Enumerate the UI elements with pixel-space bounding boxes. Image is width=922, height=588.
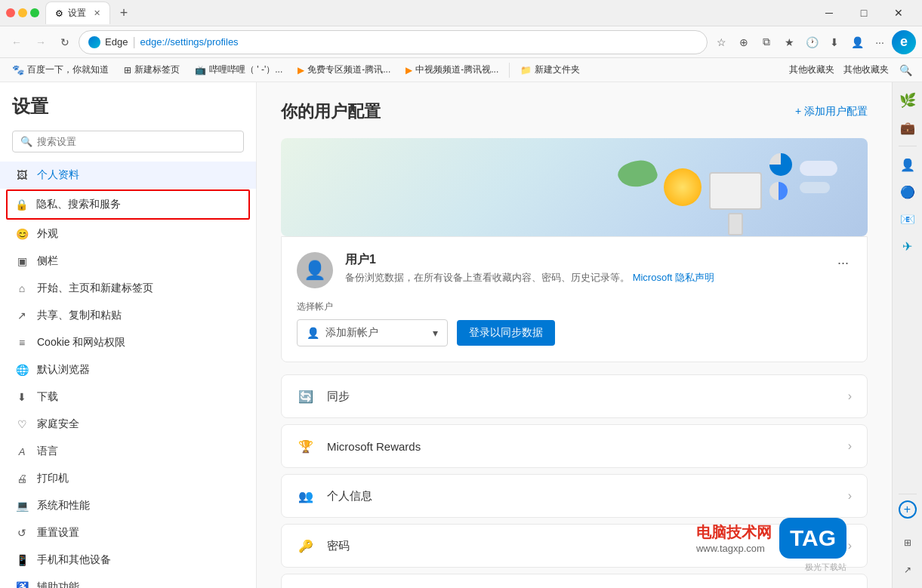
sidebar-item-cookie-label: Cookie 和网站权限 <box>37 336 125 349</box>
profile-name: 用户1 <box>345 252 822 268</box>
bookmark-tencent2[interactable]: ▶ 中视频频道-腾讯视... <box>399 61 504 79</box>
sidebar-user-button[interactable]: 👤 <box>896 152 920 177</box>
sidebar-item-share[interactable]: ↗ 共享、复制和粘贴 <box>0 302 256 329</box>
sidebar-item-profile[interactable]: 🖼 个人资料 <box>0 162 256 189</box>
system-nav-icon: 💻 <box>14 498 29 513</box>
more-bookmarks-label[interactable]: 其他收藏夹 <box>843 63 889 76</box>
bookmark-separator <box>509 63 510 78</box>
bookmarks-bar: 🐾 百度一下，你就知道 ⊞ 新建标签页 📺 哔哩哔哩（ ' -'）... ▶ 免… <box>0 58 922 82</box>
add-account-label: 添加新帐户 <box>325 326 378 340</box>
star-button[interactable]: ☆ <box>711 32 732 53</box>
sidebar-item-system[interactable]: 💻 系统和性能 <box>0 492 256 519</box>
search-input[interactable] <box>37 136 236 147</box>
settings-more-button[interactable]: ··· <box>869 32 890 53</box>
bookmark-folder[interactable]: 📁 新建文件夹 <box>514 61 586 79</box>
sync-row[interactable]: 🔄 同步 › <box>281 374 868 418</box>
sidebar-item-privacy[interactable]: 🔒 隐私、搜索和服务 <box>6 189 250 220</box>
new-tab-button[interactable]: + <box>113 2 134 23</box>
split-screen-button[interactable]: ⧉ <box>756 32 777 53</box>
start-nav-icon: ⌂ <box>14 281 29 296</box>
payment-row[interactable]: 💳 付款信息 › <box>281 574 868 588</box>
sidebar-item-profile-label: 个人资料 <box>37 168 79 182</box>
tab-close-icon[interactable]: ✕ <box>94 8 100 18</box>
bookmark-bilibili[interactable]: 📺 哔哩哔哩（ ' -'）... <box>189 61 288 79</box>
sync-label: 同步 <box>327 389 836 404</box>
favorites-button[interactable]: ★ <box>779 32 800 53</box>
downloads-button[interactable]: ⬇ <box>824 32 845 53</box>
password-chevron-icon: › <box>848 539 852 553</box>
bookmark-bilibili-label: 哔哩哔哩（ ' -'）... <box>209 63 282 76</box>
edge-icon-button[interactable]: e <box>892 30 916 54</box>
address-bar[interactable]: Edge | edge://settings/profiles <box>79 30 708 54</box>
account-select[interactable]: 👤 添加新帐户 ▾ <box>297 319 448 346</box>
sidebar-add-button[interactable]: + <box>899 500 917 519</box>
window-controls: ─ □ ✕ <box>812 0 916 26</box>
window-minimize-button[interactable] <box>18 8 27 17</box>
privacy-link[interactable]: Microsoft 隐私声明 <box>633 272 714 283</box>
sidebar-item-print[interactable]: 🖨 打印机 <box>0 465 256 492</box>
download-nav-icon: ⬇ <box>14 389 29 405</box>
personal-row[interactable]: 👥 个人信息 › <box>281 474 868 518</box>
history-button[interactable]: 🕐 <box>801 32 822 53</box>
profile-button[interactable]: 👤 <box>846 32 868 53</box>
forward-button[interactable]: → <box>30 32 51 53</box>
leaf-shape <box>615 155 660 193</box>
add-account-icon: 👤 <box>307 327 319 339</box>
profile-more-button[interactable]: ··· <box>834 252 852 274</box>
device-group <box>709 161 762 236</box>
search-button[interactable]: 🔍 <box>895 60 916 81</box>
add-profile-button[interactable]: + 添加用户配置 <box>795 105 868 119</box>
sidebar-circle-button[interactable]: 🔵 <box>896 180 920 204</box>
sidebar-item-default[interactable]: 🌐 默认浏览器 <box>0 356 256 383</box>
sync-button[interactable]: 登录以同步数据 <box>457 320 555 346</box>
sidebar-item-accessibility[interactable]: ♿ 辅助功能 <box>0 574 256 588</box>
sidebar-item-system-label: 系统和性能 <box>37 499 90 513</box>
bookmark-tencent1[interactable]: ▶ 免费专区频道-腾讯... <box>291 61 396 79</box>
sidebar-outlook-button[interactable]: 📧 <box>896 207 920 231</box>
sidebar-send-button[interactable]: ✈ <box>896 234 920 258</box>
sidebar-item-reset[interactable]: ↺ 重置设置 <box>0 519 256 546</box>
bookmark-newtab[interactable]: ⊞ 新建标签页 <box>118 61 186 79</box>
refresh-button[interactable]: ↻ <box>54 32 76 53</box>
bilibili-icon: 📺 <box>195 65 206 75</box>
sidebar-item-reset-label: 重置设置 <box>37 526 79 540</box>
back-button[interactable]: ← <box>6 32 27 53</box>
sidebar-customize-button[interactable]: ⊞ <box>896 531 920 555</box>
sidebar-item-accessibility-label: 辅助功能 <box>37 580 79 588</box>
appearance-nav-icon: 😊 <box>14 226 29 242</box>
sidebar-item-start-label: 开始、主页和新建标签页 <box>37 282 153 295</box>
bookmark-baidu[interactable]: 🐾 百度一下，你就知道 <box>6 61 115 79</box>
settings-content: 你的用户配置 + 添加用户配置 <box>257 82 892 588</box>
sidebar-item-family[interactable]: ♡ 家庭安全 <box>0 411 256 438</box>
window-close-button[interactable] <box>6 8 15 17</box>
minimize-button[interactable]: ─ <box>812 0 846 26</box>
personal-icon: 👥 <box>297 487 315 505</box>
addr-separator: | <box>132 35 135 49</box>
sidebar-item-print-label: 打印机 <box>37 472 69 485</box>
watermark-tag: TAG <box>779 518 846 559</box>
sidebar-item-start[interactable]: ⌂ 开始、主页和新建标签页 <box>0 275 256 302</box>
page-title: 你的用户配置 <box>281 100 381 123</box>
watermark-text: 电脑技术网 www.tagxp.com <box>696 522 772 554</box>
sidebar-item-cookie[interactable]: ≡ Cookie 和网站权限 <box>0 329 256 356</box>
active-tab[interactable]: ⚙ 设置 ✕ <box>45 2 110 24</box>
sidebar-item-download[interactable]: ⬇ 下载 <box>0 383 256 411</box>
sidebar-external-button[interactable]: ↗ <box>896 558 920 582</box>
window-maximize-button[interactable] <box>30 8 39 17</box>
sidebar-collections-button[interactable]: 🌿 <box>896 88 920 112</box>
sidebar-item-sidebar[interactable]: ▣ 侧栏 <box>0 248 256 275</box>
maximize-button[interactable]: □ <box>846 0 881 26</box>
search-box[interactable]: 🔍 <box>12 131 244 152</box>
sidebar-item-default-label: 默认浏览器 <box>37 363 90 377</box>
sidebar-item-appearance[interactable]: 😊 外观 <box>0 220 256 248</box>
close-button[interactable]: ✕ <box>881 0 916 26</box>
rewards-row[interactable]: 🏆 Microsoft Rewards › <box>281 424 868 468</box>
sidebar-briefcase-button[interactable]: 💼 <box>896 115 920 140</box>
edge-label: Edge <box>105 36 128 48</box>
rewards-label: Microsoft Rewards <box>327 440 836 453</box>
sidebar-item-mobile[interactable]: 📱 手机和其他设备 <box>0 546 256 574</box>
sidebar-item-language[interactable]: A 语言 <box>0 438 256 465</box>
more-bookmarks-button[interactable]: 其他收藏夹 <box>783 61 840 79</box>
collections-button[interactable]: ⊕ <box>733 32 754 53</box>
newtab-icon: ⊞ <box>124 65 131 75</box>
